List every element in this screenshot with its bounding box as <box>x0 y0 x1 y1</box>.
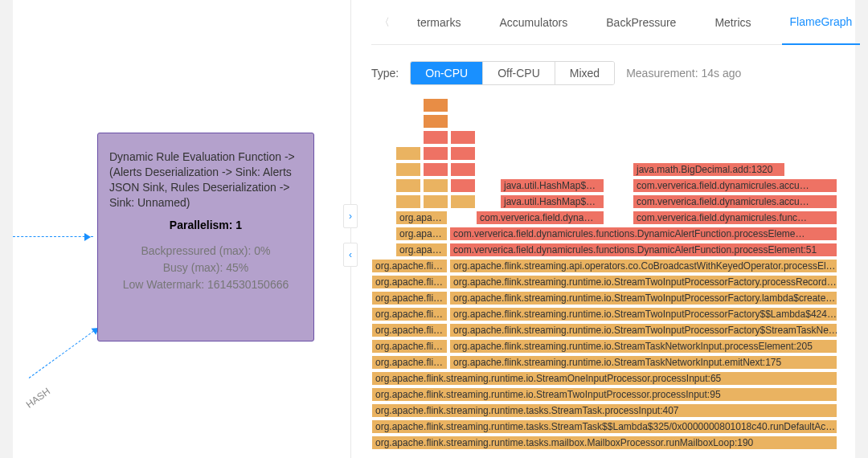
flame-frame[interactable]: org.apache.flink.streaming.runtime.io.St… <box>449 291 837 305</box>
tab-bar: 〈 termarksAccumulatorsBackPressureMetric… <box>371 0 841 45</box>
flame-frame[interactable] <box>450 146 476 161</box>
operator-node[interactable]: Dynamic Rule Evaluation Function -> (Ale… <box>97 133 314 341</box>
flame-frame[interactable]: org.apache.flink.streaming.runtime.io.St… <box>371 387 837 402</box>
flame-frame[interactable]: org.apache.fli… <box>371 259 448 273</box>
flame-frame[interactable]: org.apache.flink.streaming.runtime.io.St… <box>449 275 837 289</box>
flame-frame[interactable]: org.apa… <box>395 243 448 257</box>
flame-frame[interactable]: org.apache.flink.streaming.runtime.tasks… <box>371 419 837 434</box>
flame-frame[interactable]: org.apache.fli… <box>371 307 448 321</box>
graph-canvas[interactable]: HASH Dynamic Rule Evaluation Function ->… <box>13 0 350 458</box>
flame-frame[interactable] <box>423 178 448 193</box>
flame-frame[interactable]: org.apache.fli… <box>371 355 448 370</box>
tab-flamegraph[interactable]: FlameGraph <box>782 0 861 45</box>
flame-frame[interactable] <box>395 194 421 209</box>
flame-frame[interactable]: org.apache.fli… <box>371 291 448 305</box>
flame-frame[interactable] <box>423 114 448 129</box>
flame-frame[interactable] <box>395 146 421 161</box>
flame-frame[interactable] <box>423 162 448 177</box>
flame-frame[interactable] <box>450 130 476 145</box>
measurement-label: Measurement: 14s ago <box>626 67 741 80</box>
flame-frame[interactable] <box>450 178 476 193</box>
stat-backpressured: Backpressured (max): 0% <box>109 243 302 260</box>
flame-frame[interactable]: org.apache.flink.streaming.runtime.io.St… <box>449 323 837 337</box>
flame-frame[interactable]: org.apa… <box>395 211 448 225</box>
stat-low-watermark: Low Watermark: 1614530150666 <box>109 276 302 293</box>
resize-divider[interactable]: › ‹ <box>350 0 357 458</box>
type-label: Type: <box>371 67 399 80</box>
flame-frame[interactable]: org.apache.flink.streaming.runtime.tasks… <box>371 436 837 450</box>
flame-frame[interactable]: org.apache.flink.streaming.runtime.tasks… <box>371 403 837 418</box>
type-segmented: On-CPUOff-CPUMixed <box>410 61 615 85</box>
type-option-mixed[interactable]: Mixed <box>555 62 614 84</box>
expand-right-button[interactable]: › <box>343 204 358 228</box>
flame-frame[interactable]: org.apa… <box>395 227 448 241</box>
flame-frame[interactable]: com.ververica.field.dynamicrules.accu… <box>633 178 837 193</box>
expand-left-button[interactable]: ‹ <box>343 243 358 267</box>
stat-busy: Busy (max): 45% <box>109 260 302 276</box>
flame-frame[interactable]: com.ververica.field.dynamicrules.func… <box>633 211 837 225</box>
flame-frame[interactable] <box>423 130 448 145</box>
flame-frame[interactable]: com.ververica.field.dynamicrules.accu… <box>633 194 837 209</box>
chevron-left-icon: ‹ <box>349 249 352 260</box>
flame-frame[interactable]: org.apache.fli… <box>371 339 448 354</box>
flame-frame[interactable]: com.ververica.field.dynamicrules.functio… <box>449 243 837 257</box>
graph-edge <box>13 236 93 237</box>
flame-frame[interactable]: org.apache.fli… <box>371 275 448 289</box>
flame-frame[interactable] <box>423 146 448 161</box>
flame-frame[interactable]: org.apache.flink.streaming.runtime.io.St… <box>449 355 837 370</box>
chevron-right-icon: › <box>349 211 352 222</box>
flame-frame[interactable]: org.apache.flink.streaming.runtime.io.St… <box>449 339 837 354</box>
flame-frame[interactable]: java.util.HashMap$… <box>500 178 604 193</box>
type-option-off-cpu[interactable]: Off-CPU <box>482 62 555 84</box>
flamegraph-toolbar: Type: On-CPUOff-CPUMixed Measurement: 14… <box>371 45 841 98</box>
flame-frame[interactable] <box>450 194 476 209</box>
graph-edge <box>29 325 101 378</box>
tabs-scroll-left[interactable]: 〈 <box>371 15 398 30</box>
flame-frame[interactable] <box>423 98 448 112</box>
flame-frame[interactable]: org.apache.fli… <box>371 323 448 337</box>
flame-frame[interactable]: java.util.HashMap$… <box>500 194 604 209</box>
flame-frame[interactable]: com.ververica.field.dyna… <box>476 211 604 225</box>
flame-frame[interactable]: org.apache.flink.streaming.runtime.io.St… <box>371 371 837 386</box>
operator-node-stats: Backpressured (max): 0% Busy (max): 45% … <box>109 243 302 293</box>
flame-frame[interactable] <box>395 178 421 193</box>
flame-frame[interactable] <box>423 194 448 209</box>
operator-node-parallelism: Parallelism: 1 <box>109 219 302 231</box>
flame-frame[interactable]: org.apache.flink.streaming.runtime.io.St… <box>449 307 837 321</box>
operator-node-title: Dynamic Rule Evaluation Function -> (Ale… <box>109 149 302 211</box>
flame-frame[interactable] <box>395 162 421 177</box>
edge-label: HASH <box>24 386 52 411</box>
flame-frame[interactable] <box>450 162 476 177</box>
type-option-on-cpu[interactable]: On-CPU <box>411 62 482 84</box>
flame-frame[interactable]: java.math.BigDecimal.add:1320 <box>633 162 785 177</box>
flame-frame[interactable]: com.ververica.field.dynamicrules.functio… <box>449 227 837 241</box>
flame-graph[interactable]: org.apache.flink.streaming.runtime.tasks… <box>371 98 841 444</box>
tab-accumulators[interactable]: Accumulators <box>491 0 575 45</box>
tab-termarks[interactable]: termarks <box>409 0 469 45</box>
chevron-left-icon: 〈 <box>379 16 390 28</box>
tab-backpressure[interactable]: BackPressure <box>598 0 684 45</box>
flame-frame[interactable]: org.apache.flink.streaming.api.operators… <box>449 259 837 273</box>
tab-metrics[interactable]: Metrics <box>706 0 759 45</box>
